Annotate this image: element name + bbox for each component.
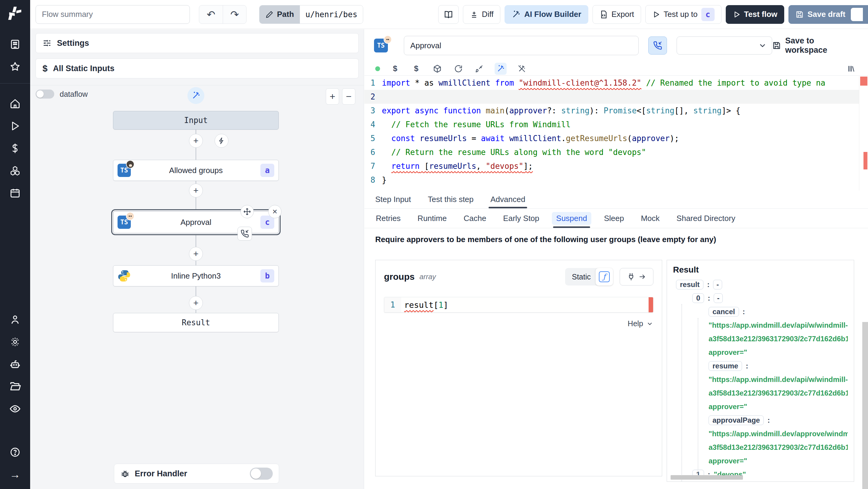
code-line[interactable]: 6 // Return the resume URLs along with t… — [364, 145, 868, 159]
step-name-input[interactable] — [404, 36, 639, 55]
user-icon[interactable] — [5, 310, 25, 329]
graph-node-inline-python3[interactable]: Inline Python3 b — [113, 265, 279, 286]
json-key-chip[interactable]: resume — [709, 361, 742, 371]
result-tree-row[interactable]: result:- — [673, 278, 848, 291]
redo-button[interactable]: ↷ — [223, 5, 246, 24]
folders-icon[interactable] — [5, 377, 25, 396]
node-label: Approval — [181, 218, 212, 227]
add-trigger-button[interactable] — [215, 134, 228, 148]
left-nav-rail: → — [0, 0, 30, 489]
result-tree-row[interactable]: approvalPage: — [673, 413, 848, 427]
error-handler-card[interactable]: Error Handler — [114, 464, 279, 484]
graph-result-node[interactable]: Result — [113, 313, 279, 332]
zoom-in-button[interactable]: + — [326, 88, 339, 104]
ai-graph-wand-button[interactable] — [187, 87, 204, 104]
test-up-to-button[interactable]: Test up to c — [645, 5, 721, 24]
graph-input-node[interactable]: Input — [113, 111, 279, 130]
suspend-phone-button[interactable] — [648, 36, 667, 55]
subtab-sleep[interactable]: Sleep — [603, 209, 625, 228]
json-key-chip[interactable]: cancel — [709, 307, 739, 316]
result-tree-row[interactable]: resume: — [673, 359, 848, 373]
add-step-button[interactable]: + — [189, 134, 203, 148]
version-select[interactable] — [677, 36, 772, 55]
windmill-logo-icon[interactable] — [7, 5, 23, 21]
ai-assistant-icon[interactable] — [495, 63, 507, 75]
reload-icon[interactable] — [453, 63, 464, 75]
tab-step-input[interactable]: Step Input — [375, 190, 411, 208]
path-control[interactable]: Path u/henri/bes — [259, 5, 363, 24]
code-line[interactable]: 3export async function main(approver?: s… — [364, 104, 868, 118]
subtab-suspend[interactable]: Suspend — [555, 209, 588, 228]
code-line[interactable]: 8} — [364, 173, 868, 187]
collapse-toggle[interactable]: - — [714, 293, 723, 303]
ai-off-icon[interactable] — [516, 63, 528, 75]
subtab-shared-directory[interactable]: Shared Directory — [676, 209, 736, 228]
graph-node-approval[interactable]: TS Approval c — [113, 211, 279, 233]
static-mode-toggle[interactable]: Static ƒ — [565, 268, 613, 285]
subtab-mock[interactable]: Mock — [640, 209, 660, 228]
error-handler-toggle[interactable] — [250, 467, 273, 480]
tab-advanced[interactable]: Advanced — [490, 190, 525, 208]
move-node-button[interactable] — [241, 205, 254, 218]
result-tree-row[interactable]: cancel: — [673, 305, 848, 318]
workspace-icon[interactable] — [5, 35, 25, 54]
diff-button[interactable]: Diff — [463, 5, 501, 24]
add-step-button[interactable]: + — [189, 247, 203, 261]
result-tree-row[interactable]: 0:- — [673, 291, 848, 305]
code-line[interactable]: 2 — [364, 90, 868, 104]
json-key-chip[interactable]: approvalPage — [709, 416, 764, 425]
library-icon[interactable] — [845, 63, 857, 75]
schedules-icon[interactable] — [5, 183, 25, 203]
runs-icon[interactable] — [5, 116, 25, 136]
connect-input-button[interactable] — [620, 268, 653, 285]
zoom-out-button[interactable]: − — [342, 88, 355, 104]
result-value-line: "https://app.windmill.dev/approve/windmi… — [673, 427, 848, 440]
code-line[interactable]: 5 const resumeUrls = await wmillClient.g… — [364, 131, 868, 145]
help-dropdown[interactable]: Help — [384, 319, 653, 328]
horizontal-scrollbar-thumb[interactable] — [671, 475, 743, 480]
undo-button[interactable]: ↶ — [199, 5, 223, 24]
export-button[interactable]: Export — [592, 5, 641, 24]
subtab-early-stop[interactable]: Early Stop — [502, 209, 540, 228]
groups-expression-editor[interactable]: 1 result[1] — [384, 297, 653, 313]
code-line[interactable]: 7 return [resumeUrls, "devops"]; — [364, 159, 868, 173]
code-line[interactable]: 4 // Fetch the resume URLs from Windmill — [364, 118, 868, 131]
all-static-inputs-button[interactable]: $ All Static Inputs — [36, 59, 359, 79]
collapse-arrow-icon[interactable]: → — [5, 465, 25, 484]
help-icon[interactable] — [5, 442, 25, 462]
add-step-button[interactable]: + — [189, 184, 203, 197]
graph-node-allowed-groups[interactable]: TS Allowed groups a — [113, 160, 279, 181]
code-editor[interactable]: 1import * as wmillClient from "windmill-… — [364, 76, 868, 190]
assets-icon[interactable]: $ — [389, 63, 401, 75]
subtab-retries[interactable]: Retries — [375, 209, 401, 228]
format-brush-icon[interactable] — [473, 63, 486, 75]
expression-mode-button[interactable]: ƒ — [595, 268, 613, 285]
favorites-icon[interactable] — [5, 57, 25, 76]
workers-robot-icon[interactable] — [5, 355, 25, 374]
test-flow-button[interactable]: Test flow — [726, 5, 784, 24]
tab-test-this-step[interactable]: Test this step — [428, 190, 474, 208]
subtab-cache[interactable]: Cache — [463, 209, 487, 228]
json-key-chip[interactable]: 0 — [692, 293, 704, 303]
settings-gear-icon[interactable] — [5, 332, 25, 352]
package-icon[interactable] — [431, 63, 443, 75]
audit-eye-icon[interactable] — [5, 399, 25, 419]
collapse-toggle[interactable]: - — [713, 280, 722, 289]
delete-node-button[interactable]: × — [268, 205, 281, 218]
save-to-workspace-button[interactable]: Save to workspace — [772, 36, 858, 55]
docs-button[interactable] — [438, 5, 459, 24]
resources-icon[interactable] — [5, 161, 25, 180]
variables-icon[interactable]: $ — [410, 63, 422, 75]
ai-flow-builder-button[interactable]: AI Flow Builder — [504, 5, 588, 24]
code-line[interactable]: 1import * as wmillClient from "windmill-… — [364, 76, 868, 90]
dataflow-toggle[interactable] — [36, 90, 54, 99]
json-key-chip[interactable]: result — [676, 280, 704, 289]
subtab-runtime[interactable]: Runtime — [417, 209, 447, 228]
flow-settings-button[interactable]: Settings — [36, 33, 359, 53]
home-icon[interactable] — [5, 94, 25, 113]
vertical-scrollbar-thumb[interactable] — [862, 322, 868, 489]
flow-summary-input[interactable] — [36, 5, 190, 24]
save-draft-button[interactable]: Save draft — [788, 5, 868, 24]
add-step-button[interactable]: + — [189, 296, 203, 310]
variables-icon[interactable] — [5, 139, 25, 158]
